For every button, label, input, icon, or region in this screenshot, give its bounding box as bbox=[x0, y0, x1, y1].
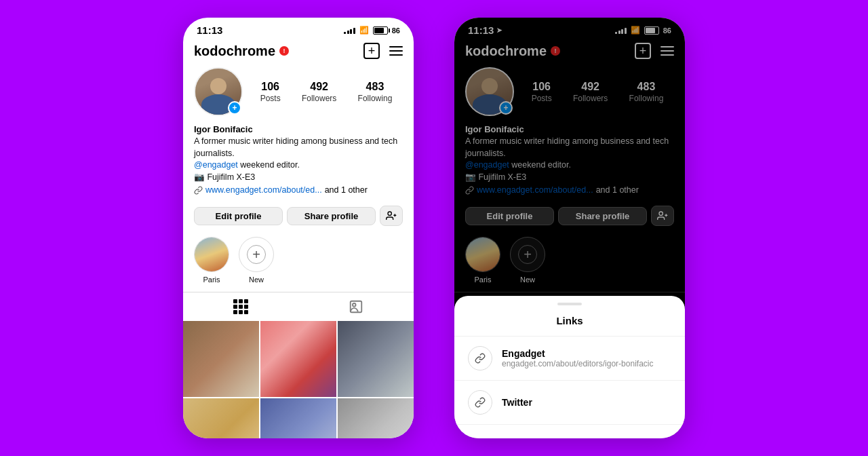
add-person-icon bbox=[386, 210, 397, 221]
username-left: kodochrome bbox=[194, 43, 275, 59]
highlight-label-new: New bbox=[249, 276, 264, 284]
bio-handle-suffix: weekend editor. bbox=[238, 160, 300, 170]
link-icon bbox=[194, 186, 203, 195]
following-label: Following bbox=[358, 94, 393, 103]
svg-point-0 bbox=[388, 212, 391, 215]
link-icon-engadget bbox=[475, 353, 486, 364]
signal-icon bbox=[344, 26, 355, 34]
new-highlight-plus-icon: + bbox=[247, 245, 266, 264]
sheet-title: Links bbox=[454, 315, 685, 337]
sheet-item-url-engadget: engadget.com/about/editors/igor-bonifaci… bbox=[502, 359, 671, 368]
sheet-item-icon-twitter bbox=[468, 390, 492, 415]
photo-5[interactable] bbox=[260, 398, 336, 438]
status-bar-left: 11:13 📶 86 bbox=[183, 18, 414, 39]
bio-name: Igor Bonifacic bbox=[194, 124, 403, 134]
menu-icon[interactable] bbox=[389, 46, 403, 56]
following-count: 483 bbox=[366, 81, 384, 93]
tab-person[interactable] bbox=[298, 299, 414, 314]
action-buttons: Edit profile Share profile bbox=[194, 206, 403, 226]
tab-grid[interactable] bbox=[183, 299, 298, 314]
photo-6[interactable] bbox=[338, 398, 414, 438]
bio-line1: A former music writer hiding among busin… bbox=[194, 136, 397, 146]
stats-group: 106 Posts 492 Followers 483 Following bbox=[250, 81, 403, 103]
posts-label: Posts bbox=[260, 94, 281, 103]
highlight-paris[interactable]: Paris bbox=[194, 237, 229, 284]
tab-bar-left bbox=[183, 292, 414, 321]
add-person-button[interactable] bbox=[380, 206, 403, 226]
photo-4[interactable] bbox=[183, 398, 259, 438]
battery-icon bbox=[373, 26, 388, 35]
share-profile-button[interactable]: Share profile bbox=[287, 207, 376, 225]
photo-2[interactable] bbox=[260, 321, 336, 397]
sheet-item-engadget[interactable]: Engadget engadget.com/about/editors/igor… bbox=[454, 337, 685, 381]
highlight-label-paris: Paris bbox=[203, 276, 220, 284]
sheet-item-text-twitter: Twitter bbox=[502, 397, 671, 408]
bio-section: Igor Bonifacic A former music writer hid… bbox=[194, 123, 403, 200]
svg-point-4 bbox=[353, 303, 356, 307]
highlight-circle-new: + bbox=[239, 237, 274, 272]
bottom-sheet: Links Engadget engadget.com/about/editor… bbox=[454, 296, 685, 438]
followers-count: 492 bbox=[310, 81, 328, 93]
bio-link-extra: and 1 other bbox=[325, 185, 368, 195]
follow-badge[interactable]: + bbox=[228, 101, 241, 115]
sheet-item-twitter[interactable]: Twitter bbox=[454, 381, 685, 425]
following-stat[interactable]: 483 Following bbox=[358, 81, 393, 103]
highlight-new[interactable]: + New bbox=[239, 237, 274, 284]
sheet-handle bbox=[557, 303, 582, 305]
followers-stat[interactable]: 492 Followers bbox=[302, 81, 336, 103]
followers-label: Followers bbox=[302, 94, 336, 103]
photo-1[interactable] bbox=[183, 321, 259, 397]
person-icon bbox=[349, 299, 363, 314]
bio-camera: 📷 Fujifilm X-E3 bbox=[194, 172, 255, 182]
profile-stats-row: + 106 Posts 492 Followers 483 Following bbox=[194, 67, 403, 116]
photo-3[interactable] bbox=[338, 321, 414, 397]
wifi-icon: 📶 bbox=[359, 26, 369, 35]
highlights-row: Paris + New bbox=[194, 231, 403, 292]
edit-profile-button[interactable]: Edit profile bbox=[194, 207, 283, 225]
app-header-left: kodochrome + bbox=[183, 39, 414, 64]
bio-link-text[interactable]: www.engadget.com/about/ed... bbox=[205, 185, 322, 195]
phone-left: 11:13 📶 86 kodochrome + bbox=[183, 18, 414, 438]
sheet-item-name-twitter: Twitter bbox=[502, 397, 671, 408]
time-left: 11:13 bbox=[197, 24, 222, 36]
username-row-left: kodochrome bbox=[194, 43, 289, 59]
grid-icon bbox=[233, 299, 248, 314]
bio-handle[interactable]: @engadget bbox=[194, 160, 238, 170]
phone-right: 11:13 ➤ 📶 86 kodochrome + bbox=[454, 18, 685, 438]
paris-thumb bbox=[195, 238, 229, 271]
profile-section-left: + 106 Posts 492 Followers 483 Following … bbox=[183, 64, 414, 292]
header-icons-left: + bbox=[363, 43, 403, 59]
bio-line2: journalists. bbox=[194, 149, 235, 158]
battery-percent: 86 bbox=[392, 26, 400, 35]
bio-link-row: www.engadget.com/about/ed... and 1 other bbox=[194, 185, 403, 195]
status-icons-left: 📶 86 bbox=[344, 26, 400, 35]
avatar-wrap: + bbox=[194, 67, 243, 116]
link-icon-twitter bbox=[475, 397, 486, 408]
new-post-icon[interactable]: + bbox=[363, 43, 380, 59]
sheet-item-text-engadget: Engadget engadget.com/about/editors/igor… bbox=[502, 348, 671, 368]
notification-dot-left[interactable] bbox=[279, 46, 289, 56]
sheet-item-name-engadget: Engadget bbox=[502, 348, 671, 359]
sheet-item-icon-engadget bbox=[468, 346, 492, 370]
posts-stat[interactable]: 106 Posts bbox=[260, 81, 281, 103]
highlight-circle-paris bbox=[194, 237, 229, 272]
photo-grid-left bbox=[183, 321, 414, 438]
bio-text: A former music writer hiding among busin… bbox=[194, 136, 403, 183]
posts-count: 106 bbox=[261, 81, 279, 93]
svg-rect-3 bbox=[351, 301, 362, 313]
